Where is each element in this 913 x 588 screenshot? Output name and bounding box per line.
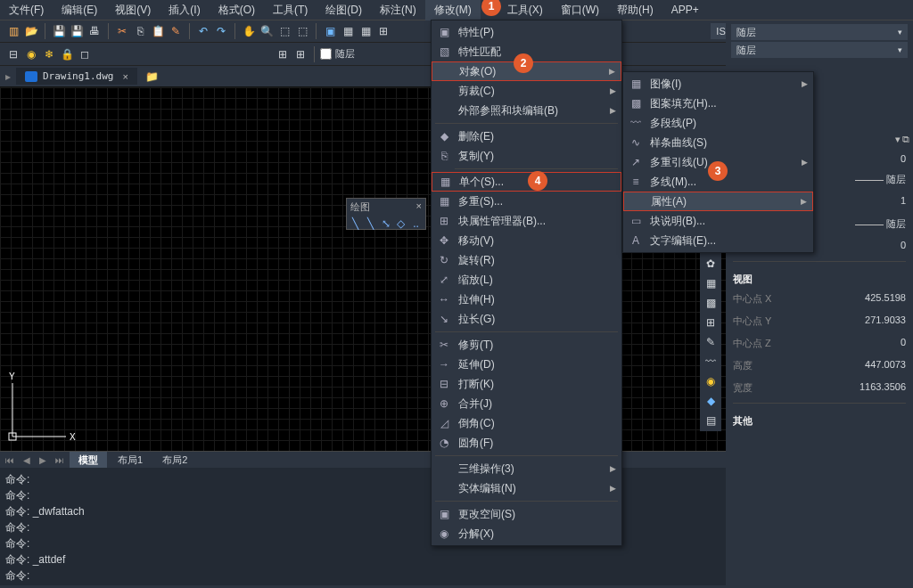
save-icon[interactable]: 💾 (51, 23, 67, 39)
pan-icon[interactable]: ✋ (241, 23, 257, 39)
layer-combo[interactable]: 随层 (731, 42, 908, 58)
menu-item[interactable]: 格式(O) (210, 0, 264, 20)
color-icon[interactable]: ◻ (77, 46, 93, 62)
menu-item[interactable]: ↻旋转(R) (432, 250, 621, 270)
menu-item[interactable]: 视图(V) (106, 0, 160, 20)
menu-item[interactable]: 文件(F) (0, 0, 53, 20)
zoomext-icon[interactable]: ⬚ (294, 23, 310, 39)
redo-icon[interactable]: ↷ (213, 23, 229, 39)
menu-item[interactable]: 修改(M) (425, 0, 481, 20)
prop-icon[interactable]: ▣ (322, 23, 338, 39)
modify-menu[interactable]: ▣特性(P)▧特性匹配对象(O)▶剪裁(C)▶外部参照和块编辑(B)▶◆删除(E… (431, 20, 622, 546)
prop-val[interactable]: 0 (901, 240, 906, 253)
menu-item[interactable]: ⊞块属性管理器(B)... (432, 211, 621, 231)
tab-first-icon[interactable]: ⏮ (2, 455, 18, 465)
menu-item[interactable]: ⎘复制(Y) (432, 146, 621, 166)
tab-next-icon[interactable]: ▶ (36, 455, 50, 465)
doc-arrow[interactable]: ▸ (5, 70, 11, 83)
prop-val[interactable]: 0 (901, 153, 906, 164)
menu-item[interactable]: ↘拉长(G) (432, 309, 621, 329)
line-icon[interactable]: ╲ (350, 217, 361, 229)
zoomwin-icon[interactable]: ⬚ (276, 23, 292, 39)
tool-icon[interactable]: ◉ (703, 373, 719, 389)
open-icon[interactable]: 📂 (23, 23, 39, 39)
menu-item[interactable]: 实体编辑(N)▶ (432, 478, 621, 498)
menu-item[interactable]: APP+ (662, 1, 708, 19)
saveas-icon[interactable]: 💾 (69, 23, 85, 39)
menu-item[interactable]: 三维操作(3)▶ (432, 459, 621, 478)
xline-icon[interactable]: ╲ (365, 217, 376, 229)
menu-item[interactable]: ▭块说明(B)... (623, 211, 813, 231)
menu-item[interactable]: ↔拉伸(H) (432, 290, 621, 309)
draw-palette[interactable]: 绘图× ╲ ╲ ⤡ ◇ .. (346, 198, 426, 230)
menu-item[interactable]: 窗口(W) (552, 0, 608, 20)
folder-icon[interactable]: 📁 (144, 69, 160, 85)
layout-tab[interactable]: 模型 (70, 452, 107, 469)
layer3-icon[interactable]: ⊞ (292, 46, 308, 62)
panel-controls[interactable]: ▾⧉ (895, 134, 909, 145)
menu-item[interactable]: 编辑(E) (53, 0, 106, 20)
layout-tab[interactable]: 布局1 (109, 452, 152, 469)
print-icon[interactable]: 🖶 (86, 23, 103, 39)
menu-item[interactable]: ⤢缩放(L) (432, 270, 621, 290)
menu-item[interactable]: 工具(T) (264, 0, 317, 20)
prop-lw[interactable]: 随层 (855, 217, 906, 231)
tool-icon[interactable]: ⊞ (703, 314, 719, 331)
tool-icon[interactable]: ▩ (703, 295, 719, 311)
color-combo[interactable]: 随层 (731, 24, 908, 40)
bulb-icon[interactable]: ◉ (23, 46, 39, 62)
menu-item[interactable]: →延伸(D) (432, 355, 621, 374)
menu-item[interactable]: ◆删除(E) (432, 127, 621, 146)
prop-linetype[interactable]: 随层 (855, 173, 906, 186)
menu-item[interactable]: 工具(X) (498, 0, 552, 20)
menu-item[interactable]: ▦图像(I)▶ (623, 74, 813, 94)
prop-val[interactable]: 271.9033 (865, 314, 906, 328)
menu-item[interactable]: 标注(N) (371, 0, 425, 20)
copy-icon[interactable]: ⎘ (132, 23, 148, 39)
menu-item[interactable]: ⊟打断(K) (432, 374, 621, 394)
tool-icon[interactable]: ◆ (703, 393, 719, 409)
bylayer-checkbox[interactable]: 随层 (320, 47, 355, 61)
tool-icon[interactable]: ▤ (703, 412, 719, 429)
menu-item[interactable]: ▦多重(S)... (432, 192, 621, 211)
menubar[interactable]: 文件(F)编辑(E)视图(V)插入(I)格式(O)工具(T)绘图(D)标注(N)… (0, 0, 913, 20)
palette-close-icon[interactable]: × (416, 200, 422, 214)
menu-item[interactable]: 〰多段线(P) (623, 113, 813, 133)
zoom-icon[interactable]: 🔍 (259, 23, 275, 39)
menu-item[interactable]: 帮助(H) (608, 0, 662, 20)
cut-icon[interactable]: ✂ (114, 23, 130, 39)
prop-val[interactable]: 0 (901, 337, 906, 350)
menu-item[interactable]: ▣特性(P) (432, 22, 621, 42)
menu-item[interactable]: A文字编辑(E)... (623, 231, 813, 250)
layer-icon[interactable]: ⊟ (5, 46, 21, 62)
menu-item[interactable]: ✂修剪(T) (432, 335, 621, 355)
prop-val[interactable]: 447.0073 (865, 359, 906, 372)
menu-item[interactable]: 剪裁(C)▶ (432, 81, 621, 101)
menu-item[interactable]: ◉分解(X) (432, 524, 621, 543)
new-icon[interactable]: ▥ (5, 23, 21, 39)
block-icon[interactable]: ⊞ (375, 23, 391, 39)
freeze-icon[interactable]: ❄ (41, 46, 57, 62)
menu-item[interactable]: ◔圆角(F) (432, 433, 621, 453)
tool-icon[interactable]: ▦ (703, 275, 719, 291)
menu-item[interactable]: 绘图(D) (317, 0, 371, 20)
layer2-icon[interactable]: ⊞ (275, 46, 291, 62)
menu-item[interactable]: 外部参照和块编辑(B)▶ (432, 101, 621, 120)
tab-last-icon[interactable]: ⏭ (52, 455, 68, 465)
menu-item[interactable]: ∿样条曲线(S) (623, 133, 813, 152)
prop-val[interactable]: 1 (901, 195, 906, 208)
close-icon[interactable]: × (122, 71, 127, 82)
menu-item[interactable]: 属性(A)▶ (623, 192, 813, 211)
matchprop-icon[interactable]: ✎ (168, 23, 184, 39)
layout-tab[interactable]: 布局2 (153, 452, 196, 469)
design-icon[interactable]: ▦ (358, 23, 374, 39)
tab-prev-icon[interactable]: ◀ (20, 455, 34, 465)
menu-item[interactable]: ✥移动(V) (432, 231, 621, 250)
tool-icon[interactable]: ✎ (703, 334, 719, 350)
more-icon[interactable]: .. (410, 217, 422, 229)
paste-icon[interactable]: 📋 (150, 23, 166, 39)
undo-icon[interactable]: ↶ (195, 23, 211, 39)
menu-item[interactable]: ▣更改空间(S) (432, 504, 621, 524)
menu-item[interactable]: 插入(I) (160, 0, 209, 20)
menu-item[interactable]: ▩图案填充(H)... (623, 94, 813, 113)
